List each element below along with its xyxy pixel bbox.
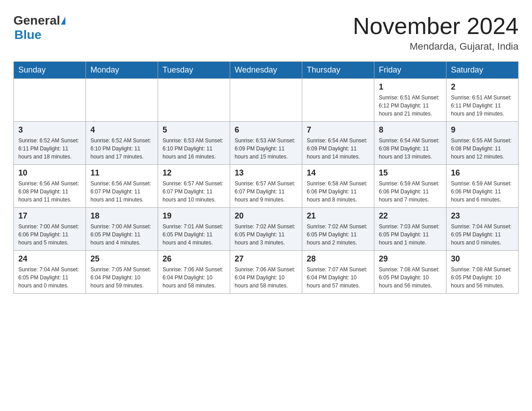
calendar-cell: 13Sunrise: 6:57 AM Sunset: 6:07 PM Dayli… — [230, 165, 302, 208]
calendar-cell: 10Sunrise: 6:56 AM Sunset: 6:08 PM Dayli… — [14, 165, 86, 208]
calendar-cell — [230, 79, 302, 122]
calendar-cell: 26Sunrise: 7:06 AM Sunset: 6:04 PM Dayli… — [158, 251, 230, 294]
day-number: 5 — [163, 125, 225, 135]
day-number: 30 — [451, 254, 514, 264]
day-info: Sunrise: 7:00 AM Sunset: 6:05 PM Dayligh… — [90, 223, 153, 247]
day-number: 14 — [307, 168, 369, 178]
day-info: Sunrise: 7:04 AM Sunset: 6:05 PM Dayligh… — [18, 265, 81, 290]
day-info: Sunrise: 7:04 AM Sunset: 6:05 PM Dayligh… — [451, 223, 514, 247]
day-info: Sunrise: 6:59 AM Sunset: 6:06 PM Dayligh… — [451, 180, 514, 204]
calendar-cell: 20Sunrise: 7:02 AM Sunset: 6:05 PM Dayli… — [230, 208, 302, 251]
day-number: 18 — [90, 211, 153, 221]
day-info: Sunrise: 7:03 AM Sunset: 6:05 PM Dayligh… — [379, 223, 442, 247]
day-number: 19 — [163, 211, 225, 221]
calendar-cell — [158, 79, 230, 122]
calendar-week-row: 10Sunrise: 6:56 AM Sunset: 6:08 PM Dayli… — [14, 165, 519, 208]
day-info: Sunrise: 6:51 AM Sunset: 6:11 PM Dayligh… — [451, 94, 514, 118]
calendar-cell: 6Sunrise: 6:53 AM Sunset: 6:09 PM Daylig… — [230, 122, 302, 165]
day-number: 7 — [307, 125, 369, 135]
calendar-week-row: 17Sunrise: 7:00 AM Sunset: 6:06 PM Dayli… — [14, 208, 519, 251]
day-info: Sunrise: 6:59 AM Sunset: 6:06 PM Dayligh… — [379, 180, 442, 204]
day-info: Sunrise: 6:54 AM Sunset: 6:08 PM Dayligh… — [379, 137, 442, 161]
day-number: 26 — [163, 254, 225, 264]
day-number: 25 — [90, 254, 153, 264]
weekday-header-saturday: Saturday — [446, 62, 519, 79]
day-info: Sunrise: 7:00 AM Sunset: 6:06 PM Dayligh… — [18, 223, 81, 247]
calendar-cell: 14Sunrise: 6:58 AM Sunset: 6:06 PM Dayli… — [302, 165, 374, 208]
calendar-cell: 15Sunrise: 6:59 AM Sunset: 6:06 PM Dayli… — [374, 165, 446, 208]
calendar-cell: 4Sunrise: 6:52 AM Sunset: 6:10 PM Daylig… — [86, 122, 158, 165]
day-number: 17 — [18, 211, 81, 221]
day-info: Sunrise: 6:57 AM Sunset: 6:07 PM Dayligh… — [163, 180, 225, 204]
day-info: Sunrise: 7:01 AM Sunset: 6:05 PM Dayligh… — [163, 223, 225, 247]
calendar-cell: 28Sunrise: 7:07 AM Sunset: 6:04 PM Dayli… — [302, 251, 374, 294]
calendar-cell: 17Sunrise: 7:00 AM Sunset: 6:06 PM Dayli… — [14, 208, 86, 251]
calendar-cell: 2Sunrise: 6:51 AM Sunset: 6:11 PM Daylig… — [446, 79, 519, 122]
day-info: Sunrise: 7:06 AM Sunset: 6:04 PM Dayligh… — [235, 265, 297, 290]
calendar-cell: 30Sunrise: 7:08 AM Sunset: 6:05 PM Dayli… — [446, 251, 519, 294]
day-info: Sunrise: 7:08 AM Sunset: 6:05 PM Dayligh… — [379, 265, 442, 290]
day-number: 21 — [307, 211, 369, 221]
calendar-cell: 27Sunrise: 7:06 AM Sunset: 6:04 PM Dayli… — [230, 251, 302, 294]
day-number: 2 — [451, 82, 514, 92]
day-number: 22 — [379, 211, 442, 221]
day-info: Sunrise: 6:53 AM Sunset: 6:10 PM Dayligh… — [163, 137, 225, 161]
day-number: 10 — [18, 168, 81, 178]
day-info: Sunrise: 7:06 AM Sunset: 6:04 PM Dayligh… — [163, 265, 225, 290]
weekday-header-sunday: Sunday — [14, 62, 86, 79]
logo-triangle-icon — [61, 17, 65, 25]
calendar-cell: 11Sunrise: 6:56 AM Sunset: 6:07 PM Dayli… — [86, 165, 158, 208]
weekday-header-friday: Friday — [374, 62, 446, 79]
day-info: Sunrise: 7:05 AM Sunset: 6:04 PM Dayligh… — [90, 265, 153, 290]
calendar-cell: 21Sunrise: 7:02 AM Sunset: 6:05 PM Dayli… — [302, 208, 374, 251]
calendar-cell: 25Sunrise: 7:05 AM Sunset: 6:04 PM Dayli… — [86, 251, 158, 294]
weekday-header-tuesday: Tuesday — [158, 62, 230, 79]
logo-general-text: General — [13, 13, 60, 28]
day-number: 15 — [379, 168, 442, 178]
day-info: Sunrise: 6:53 AM Sunset: 6:09 PM Dayligh… — [235, 137, 297, 161]
day-info: Sunrise: 7:08 AM Sunset: 6:05 PM Dayligh… — [451, 265, 514, 290]
location-text: Mendarda, Gujarat, India — [353, 41, 519, 52]
day-info: Sunrise: 6:56 AM Sunset: 6:07 PM Dayligh… — [90, 180, 153, 204]
calendar-header-row: SundayMondayTuesdayWednesdayThursdayFrid… — [14, 62, 519, 79]
weekday-header-thursday: Thursday — [302, 62, 374, 79]
day-number: 24 — [18, 254, 81, 264]
day-number: 6 — [235, 125, 297, 135]
day-number: 13 — [235, 168, 297, 178]
day-info: Sunrise: 7:02 AM Sunset: 6:05 PM Dayligh… — [235, 223, 297, 247]
calendar-cell — [302, 79, 374, 122]
calendar-cell: 16Sunrise: 6:59 AM Sunset: 6:06 PM Dayli… — [446, 165, 519, 208]
calendar-week-row: 24Sunrise: 7:04 AM Sunset: 6:05 PM Dayli… — [14, 251, 519, 294]
calendar-cell: 3Sunrise: 6:52 AM Sunset: 6:11 PM Daylig… — [14, 122, 86, 165]
day-number: 8 — [379, 125, 442, 135]
title-block: November 2024 Mendarda, Gujarat, India — [353, 13, 519, 52]
calendar-cell: 24Sunrise: 7:04 AM Sunset: 6:05 PM Dayli… — [14, 251, 86, 294]
calendar-cell: 23Sunrise: 7:04 AM Sunset: 6:05 PM Dayli… — [446, 208, 519, 251]
weekday-header-wednesday: Wednesday — [230, 62, 302, 79]
day-info: Sunrise: 6:52 AM Sunset: 6:11 PM Dayligh… — [18, 137, 81, 161]
day-number: 1 — [379, 82, 442, 92]
calendar-cell: 7Sunrise: 6:54 AM Sunset: 6:09 PM Daylig… — [302, 122, 374, 165]
day-number: 20 — [235, 211, 297, 221]
day-info: Sunrise: 6:54 AM Sunset: 6:09 PM Dayligh… — [307, 137, 369, 161]
day-number: 4 — [90, 125, 153, 135]
day-info: Sunrise: 7:07 AM Sunset: 6:04 PM Dayligh… — [307, 265, 369, 290]
day-number: 27 — [235, 254, 297, 264]
day-info: Sunrise: 6:57 AM Sunset: 6:07 PM Dayligh… — [235, 180, 297, 204]
calendar-cell: 18Sunrise: 7:00 AM Sunset: 6:05 PM Dayli… — [86, 208, 158, 251]
calendar-cell: 1Sunrise: 6:51 AM Sunset: 6:12 PM Daylig… — [374, 79, 446, 122]
calendar-cell — [86, 79, 158, 122]
calendar-cell: 8Sunrise: 6:54 AM Sunset: 6:08 PM Daylig… — [374, 122, 446, 165]
day-number: 9 — [451, 125, 514, 135]
calendar-week-row: 1Sunrise: 6:51 AM Sunset: 6:12 PM Daylig… — [14, 79, 519, 122]
month-title: November 2024 — [353, 13, 519, 39]
day-number: 29 — [379, 254, 442, 264]
logo: General Blue — [13, 13, 65, 42]
day-number: 16 — [451, 168, 514, 178]
day-number: 11 — [90, 168, 153, 178]
page-header: General Blue November 2024 Mendarda, Guj… — [13, 13, 519, 52]
calendar-cell: 29Sunrise: 7:08 AM Sunset: 6:05 PM Dayli… — [374, 251, 446, 294]
day-number: 12 — [163, 168, 225, 178]
day-info: Sunrise: 6:58 AM Sunset: 6:06 PM Dayligh… — [307, 180, 369, 204]
calendar-cell: 22Sunrise: 7:03 AM Sunset: 6:05 PM Dayli… — [374, 208, 446, 251]
